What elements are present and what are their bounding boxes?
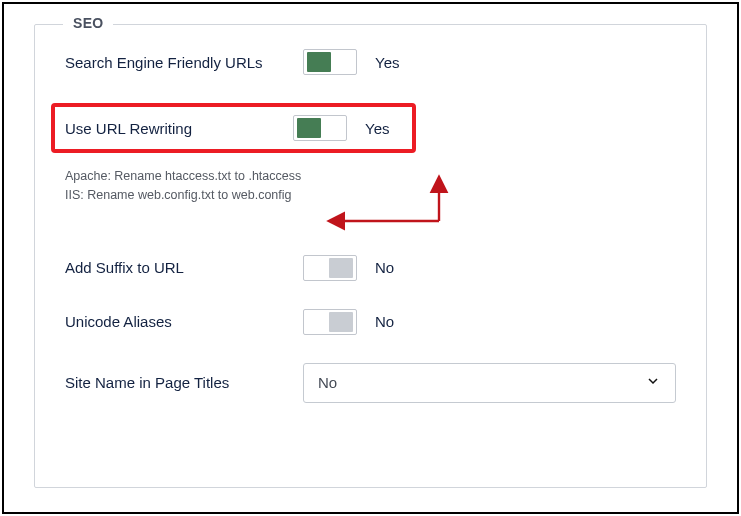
control-url-rewriting: Yes [293, 115, 389, 141]
control-sef-urls: Yes [303, 49, 399, 75]
label-add-suffix: Add Suffix to URL [65, 259, 303, 276]
fieldset-legend: SEO [63, 15, 113, 31]
toggle-state-rewrite: Yes [365, 120, 389, 137]
toggle-url-rewriting[interactable] [293, 115, 347, 141]
control-unicode-aliases: No [303, 309, 394, 335]
row-url-rewriting: Use URL Rewriting Yes [51, 103, 416, 153]
chevron-down-icon [645, 373, 661, 392]
row-unicode-aliases: Unicode Aliases No [65, 309, 676, 335]
control-sitename-titles: No [303, 363, 676, 403]
rewrite-note-apache: Apache: Rename htaccess.txt to .htaccess [65, 167, 676, 186]
row-sitename-titles: Site Name in Page Titles No [65, 363, 676, 403]
toggle-sef-urls[interactable] [303, 49, 357, 75]
toggle-state-unicode: No [375, 313, 394, 330]
select-sitename-titles[interactable]: No [303, 363, 676, 403]
row-sef-urls: Search Engine Friendly URLs Yes [65, 49, 676, 75]
toggle-state-sef: Yes [375, 54, 399, 71]
row-add-suffix: Add Suffix to URL No [65, 255, 676, 281]
label-sitename-titles: Site Name in Page Titles [65, 374, 303, 391]
toggle-state-suffix: No [375, 259, 394, 276]
toggle-unicode-aliases[interactable] [303, 309, 357, 335]
label-sef-urls: Search Engine Friendly URLs [65, 54, 303, 71]
rewrite-note: Apache: Rename htaccess.txt to .htaccess… [65, 167, 676, 205]
rewrite-note-iis: IIS: Rename web.config.txt to web.config [65, 186, 676, 205]
select-value-sitename: No [318, 374, 337, 391]
toggle-add-suffix[interactable] [303, 255, 357, 281]
window-frame: SEO Search Engine Friendly URLs Yes Use … [2, 2, 739, 514]
label-url-rewriting: Use URL Rewriting [65, 120, 293, 137]
control-add-suffix: No [303, 255, 394, 281]
label-unicode-aliases: Unicode Aliases [65, 313, 303, 330]
seo-fieldset: SEO Search Engine Friendly URLs Yes Use … [34, 24, 707, 488]
